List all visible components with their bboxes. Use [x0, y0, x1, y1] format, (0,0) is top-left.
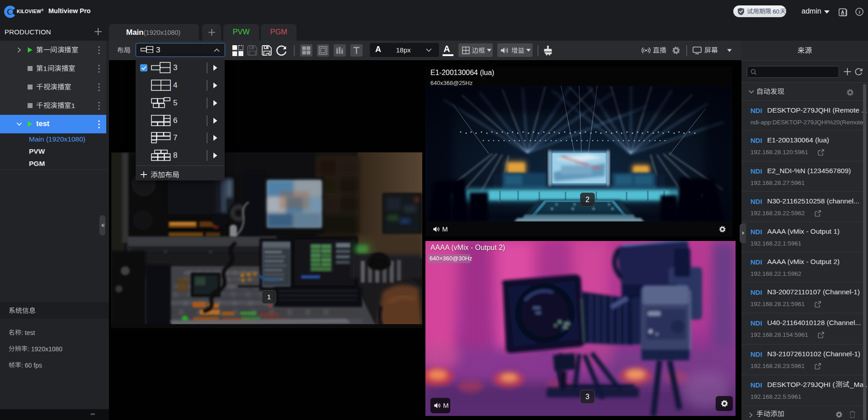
- svg-text:i: i: [859, 9, 861, 14]
- svg-text:A: A: [841, 9, 844, 15]
